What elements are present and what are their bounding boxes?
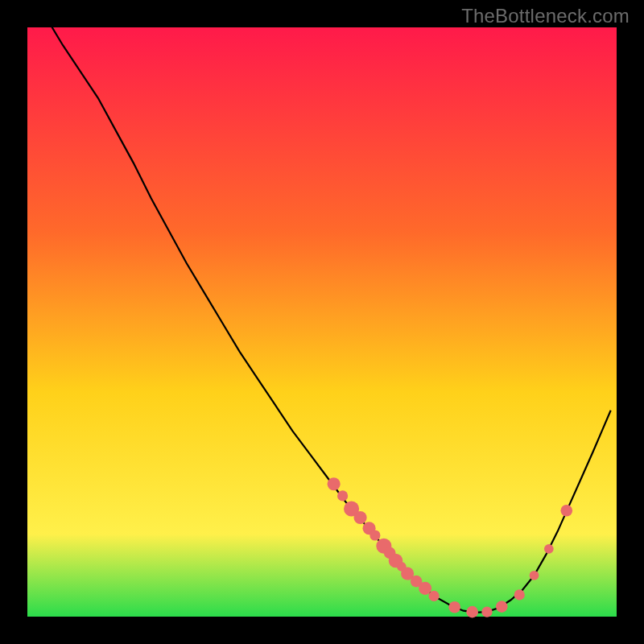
watermark-label: TheBottleneck.com xyxy=(461,5,630,27)
data-point xyxy=(419,582,431,595)
chart-container: TheBottleneck.com xyxy=(0,0,644,644)
data-point xyxy=(448,601,460,613)
data-point xyxy=(369,530,380,540)
data-point xyxy=(428,591,439,601)
data-point xyxy=(337,490,348,501)
data-point xyxy=(328,477,341,490)
data-point xyxy=(514,589,525,600)
data-point xyxy=(496,601,508,613)
chart-svg xyxy=(0,0,644,644)
plot-background xyxy=(27,27,617,617)
data-point xyxy=(544,544,554,554)
data-point xyxy=(481,607,492,617)
data-point xyxy=(560,505,572,517)
data-point xyxy=(354,511,367,524)
data-point xyxy=(466,606,478,618)
data-point xyxy=(530,571,539,580)
